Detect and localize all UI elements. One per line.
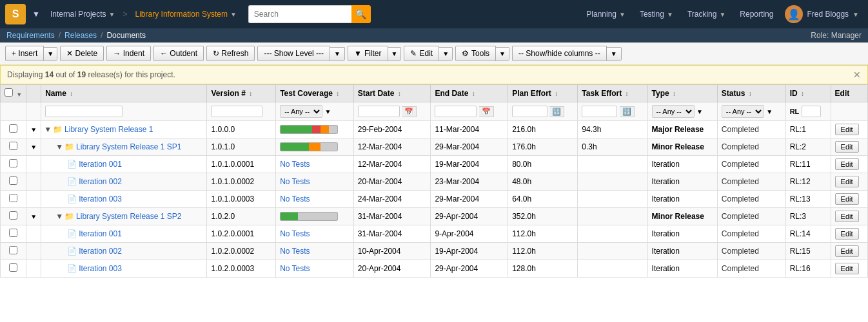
show-level-button[interactable]: --- Show Level --- bbox=[257, 46, 330, 61]
filter-status-select[interactable]: -- Any -- bbox=[722, 105, 764, 118]
internal-projects-dropdown[interactable]: Internal Projects ▼ bbox=[46, 7, 119, 21]
app-dropdown[interactable]: ▼ bbox=[28, 7, 44, 21]
filter-start-calendar-button[interactable]: 📅 bbox=[402, 106, 417, 117]
tree-expand-icon[interactable]: ▼ bbox=[44, 125, 52, 134]
breadcrumb-releases[interactable]: Releases bbox=[64, 31, 97, 40]
row-edit-button[interactable]: Edit bbox=[835, 263, 859, 274]
row-checkbox[interactable] bbox=[9, 159, 17, 167]
row-type-cell: Major Release bbox=[647, 121, 717, 138]
filter-id-input[interactable] bbox=[802, 106, 821, 117]
table-container: ▼ Name ↕ Version # ↕ Test Coverage ↕ Sta… bbox=[0, 84, 868, 278]
filter-start-input[interactable] bbox=[358, 106, 400, 117]
filter-caret-button[interactable]: ▼ bbox=[388, 47, 402, 61]
row-name-cell: ▼📁Library System Release 1 bbox=[41, 121, 207, 138]
indent-button[interactable]: → Indent bbox=[106, 46, 151, 61]
row-edit-button[interactable]: Edit bbox=[835, 141, 859, 153]
row-name-link[interactable]: Library System Release 1 SP2 bbox=[76, 212, 181, 221]
row-name-link[interactable]: Library System Release 1 SP1 bbox=[76, 142, 181, 151]
row-name-link[interactable]: Iteration 002 bbox=[79, 177, 122, 186]
row-checkbox[interactable] bbox=[9, 229, 17, 237]
row-edit-button[interactable]: Edit bbox=[835, 228, 859, 240]
filter-task-input[interactable] bbox=[582, 106, 617, 117]
filter-coverage-select[interactable]: -- Any -- bbox=[280, 105, 322, 118]
filter-name-input[interactable] bbox=[45, 106, 123, 117]
row-name-link[interactable]: Iteration 003 bbox=[79, 194, 122, 204]
row-edit-button[interactable]: Edit bbox=[835, 176, 859, 187]
tree-expand-icon[interactable]: ▼ bbox=[55, 212, 63, 221]
show-level-caret[interactable]: ▼ bbox=[330, 47, 345, 61]
search-button[interactable]: 🔍 bbox=[351, 5, 371, 23]
insert-button[interactable]: + Insert bbox=[5, 46, 44, 61]
row-edit-button[interactable]: Edit bbox=[835, 211, 859, 222]
row-name-link[interactable]: Iteration 003 bbox=[79, 264, 122, 273]
tree-expand-icon[interactable]: ▼ bbox=[55, 142, 63, 151]
edit-button[interactable]: ✎ Edit bbox=[404, 46, 439, 61]
tools-caret-button[interactable]: ▼ bbox=[496, 47, 509, 61]
header-start-date[interactable]: Start Date ↕ bbox=[353, 85, 431, 102]
row-name-cell: 📄Iteration 003 bbox=[41, 191, 207, 208]
header-version[interactable]: Version # ↕ bbox=[207, 85, 276, 102]
row-status-cell: Completed bbox=[717, 156, 785, 173]
header-id[interactable]: ID ↕ bbox=[785, 85, 831, 102]
row-name-link[interactable]: Iteration 001 bbox=[79, 229, 122, 238]
row-checkbox[interactable] bbox=[9, 211, 17, 220]
row-edit-button[interactable]: Edit bbox=[835, 124, 859, 135]
filter-end-calendar-button[interactable]: 📅 bbox=[479, 106, 494, 117]
header-plan-effort[interactable]: Plan Effort ↕ bbox=[508, 85, 578, 102]
tools-button[interactable]: ⚙ Tools bbox=[455, 46, 496, 61]
header-task-effort[interactable]: Task Effort ↕ bbox=[578, 85, 647, 102]
project-link[interactable]: Library Information System ▼ bbox=[132, 7, 241, 21]
row-task-effort-cell bbox=[578, 173, 647, 191]
expand-icon[interactable]: ▼ bbox=[30, 126, 37, 133]
row-checkbox[interactable] bbox=[9, 176, 17, 185]
filter-version-input[interactable] bbox=[211, 106, 262, 117]
edit-caret-button[interactable]: ▼ bbox=[439, 47, 453, 61]
project-name: Library Information System bbox=[135, 10, 228, 19]
row-checkbox[interactable] bbox=[9, 263, 17, 272]
show-hide-columns-button[interactable]: -- Show/hide columns -- bbox=[512, 46, 607, 61]
row-edit-button[interactable]: Edit bbox=[835, 245, 859, 257]
expand-icon[interactable]: ▼ bbox=[30, 213, 37, 220]
testing-menu[interactable]: Testing ▼ bbox=[633, 7, 680, 21]
show-hide-caret[interactable]: ▼ bbox=[607, 47, 622, 61]
row-name-link[interactable]: Iteration 001 bbox=[79, 160, 122, 169]
planning-menu[interactable]: Planning ▼ bbox=[580, 7, 632, 21]
filter-end-input[interactable] bbox=[435, 106, 477, 117]
filter-task-calc-button[interactable]: 🔢 bbox=[620, 106, 635, 117]
expand-icon[interactable]: ▼ bbox=[30, 144, 37, 151]
header-name[interactable]: Name ↕ bbox=[41, 85, 207, 102]
filter-plan-cell: 🔢 bbox=[508, 102, 578, 121]
row-checkbox[interactable] bbox=[9, 124, 17, 133]
select-all-checkbox[interactable] bbox=[5, 88, 13, 97]
header-status[interactable]: Status ↕ bbox=[717, 85, 785, 102]
outdent-button[interactable]: ← Outdent bbox=[153, 46, 204, 61]
row-checkbox[interactable] bbox=[9, 246, 17, 254]
row-plan-effort-cell: 48.0h bbox=[508, 173, 578, 191]
filter-type-select[interactable]: -- Any -- bbox=[652, 105, 695, 118]
info-close-button[interactable]: ✕ bbox=[853, 70, 861, 80]
row-checkbox[interactable] bbox=[9, 142, 17, 150]
tracking-menu[interactable]: Tracking ▼ bbox=[681, 7, 732, 21]
search-input[interactable] bbox=[248, 5, 351, 23]
refresh-button[interactable]: ↻ Refresh bbox=[206, 46, 255, 61]
row-name-link[interactable]: Iteration 002 bbox=[79, 247, 122, 256]
filter-plan-input[interactable] bbox=[512, 106, 547, 117]
row-name-link[interactable]: Library System Release 1 bbox=[64, 125, 153, 134]
row-task-effort-cell bbox=[578, 191, 647, 208]
insert-caret-button[interactable]: ▼ bbox=[44, 47, 57, 61]
filter-plan-calc-button[interactable]: 🔢 bbox=[549, 106, 564, 117]
filter-button[interactable]: ▼ Filter bbox=[348, 46, 388, 61]
breadcrumb-requirements[interactable]: Requirements bbox=[6, 31, 55, 40]
user-area[interactable]: 👤 Fred Bloggs ▼ bbox=[781, 3, 863, 26]
delete-button[interactable]: ✕ Delete bbox=[60, 46, 104, 61]
row-id-cell: RL:13 bbox=[785, 191, 831, 208]
row-edit-button[interactable]: Edit bbox=[835, 193, 859, 205]
header-end-date[interactable]: End Date ↕ bbox=[431, 85, 508, 102]
header-coverage[interactable]: Test Coverage ↕ bbox=[276, 85, 354, 102]
user-caret: ▼ bbox=[853, 11, 859, 18]
header-type[interactable]: Type ↕ bbox=[647, 85, 717, 102]
reporting-menu[interactable]: Reporting bbox=[733, 7, 780, 21]
row-edit-button[interactable]: Edit bbox=[835, 158, 859, 170]
filter-task-cell: 🔢 bbox=[578, 102, 647, 121]
row-checkbox[interactable] bbox=[9, 194, 17, 202]
